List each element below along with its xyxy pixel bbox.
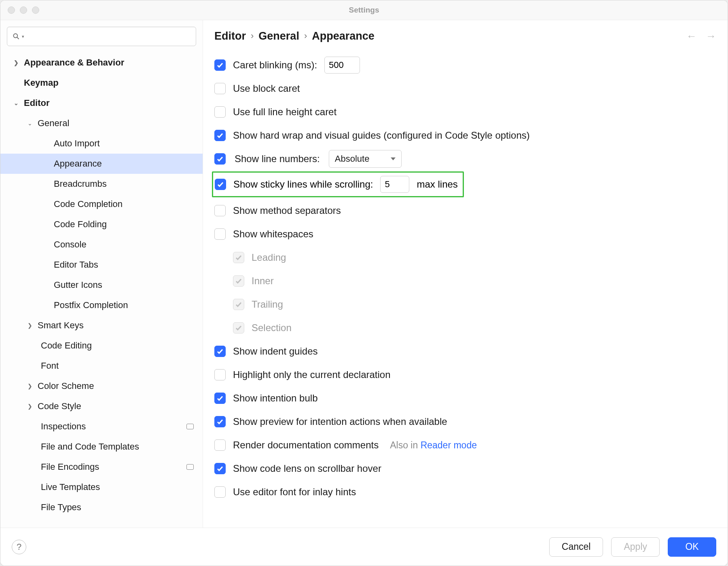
check-icon [235,277,242,285]
sidebar-item-label: File and Code Templates [41,441,139,452]
option-line-numbers: Show line numbers: Absolute [214,147,716,171]
sidebar-item-label: Gutter Icons [54,280,102,290]
option-label: Selection [252,322,292,334]
sidebar-item-general[interactable]: ⌄ General [0,113,203,133]
sidebar-item-label: Code Folding [54,219,107,230]
sidebar-item-appearance[interactable]: Appearance [0,154,203,174]
sticky-lines-input[interactable] [380,176,409,193]
option-label: Leading [252,252,286,263]
option-label: Use full line height caret [233,106,336,118]
line-numbers-checkbox[interactable] [214,153,226,165]
sidebar-item-label: File Types [41,502,81,513]
sidebar-item-gutter-icons[interactable]: Gutter Icons [0,275,203,295]
sidebar-item-label: Keymap [24,78,59,88]
chevron-down-icon: ▾ [22,34,24,39]
cancel-button[interactable]: Cancel [549,537,603,557]
option-label: Show hard wrap and visual guides (config… [233,130,530,141]
editor-font-inlay-checkbox[interactable] [214,486,226,498]
check-icon [216,395,224,402]
highlight-declaration-checkbox[interactable] [214,369,226,380]
chevron-right-icon: › [251,31,254,41]
ws-trailing-checkbox [233,299,244,310]
sidebar-item-keymap[interactable]: ❯ Keymap [0,73,203,93]
svg-point-0 [13,34,17,38]
sidebar-item-label: Breadcrumbs [54,179,107,189]
help-button[interactable]: ? [12,540,26,554]
render-doc-checkbox[interactable] [214,439,226,451]
back-button[interactable]: ← [686,30,697,42]
sidebar-item-file-encodings[interactable]: File Encodings [0,457,203,477]
option-label: Show whitespaces [233,228,313,240]
caret-blinking-checkbox[interactable] [214,59,226,71]
sidebar-item-code-folding[interactable]: Code Folding [0,214,203,234]
block-caret-checkbox[interactable] [214,83,226,94]
ws-leading-checkbox [233,252,244,263]
option-ws-leading: Leading [214,246,716,269]
option-hint: Also in Reader mode [390,440,477,451]
sidebar-item-file-types[interactable]: File Types [0,497,203,517]
method-separators-checkbox[interactable] [214,205,226,216]
search-input[interactable]: ▾ [7,27,196,46]
options-panel: Caret blinking (ms): Use block caret Use… [203,52,728,528]
sidebar-item-appearance-behavior[interactable]: ❯ Appearance & Behavior [0,53,203,73]
sidebar-item-code-completion[interactable]: Code Completion [0,194,203,214]
sidebar-item-color-scheme[interactable]: ❯ Color Scheme [0,376,203,396]
option-whitespaces: Show whitespaces [214,222,716,246]
sidebar-item-live-templates[interactable]: Live Templates [0,477,203,497]
sidebar-item-breadcrumbs[interactable]: Breadcrumbs [0,174,203,194]
intention-preview-checkbox[interactable] [214,416,226,427]
search-icon [12,32,20,40]
code-lens-checkbox[interactable] [214,463,226,474]
sidebar-item-label: File Encodings [41,462,99,472]
option-ws-selection: Selection [214,316,716,340]
full-line-height-checkbox[interactable] [214,106,226,118]
check-icon [216,155,224,163]
window-body: ▾ ❯ Appearance & Behavior ❯ Keymap ⌄ Edi… [0,20,728,528]
option-label: Trailing [252,299,283,310]
option-ws-trailing: Trailing [214,293,716,316]
option-label: Highlight only the current declaration [233,369,391,380]
sidebar-item-console[interactable]: Console [0,234,203,255]
sidebar-item-label: Code Completion [54,199,123,209]
ok-button[interactable]: OK [668,537,716,557]
caret-blinking-input[interactable] [324,57,360,74]
indent-guides-checkbox[interactable] [214,346,226,357]
sidebar-item-code-editing[interactable]: Code Editing [0,336,203,356]
sidebar-item-file-code-templates[interactable]: File and Code Templates [0,437,203,457]
sidebar-item-label: Postfix Completion [54,300,128,310]
footer: ? Cancel Apply OK [0,528,728,566]
titlebar: Settings [0,0,728,20]
option-label: Render documentation comments [233,439,379,451]
chevron-right-icon: ❯ [13,59,20,66]
sidebar-item-code-style[interactable]: ❯ Code Style [0,396,203,416]
sidebar-item-inspections[interactable]: Inspections [0,416,203,437]
forward-button[interactable]: → [706,30,716,42]
line-numbers-select[interactable]: Absolute [329,150,402,168]
intention-bulb-checkbox[interactable] [214,393,226,404]
hard-wrap-checkbox[interactable] [214,130,226,141]
breadcrumb-editor[interactable]: Editor [214,30,246,42]
check-icon [216,61,224,69]
chevron-right-icon: ❯ [26,383,34,389]
sidebar-item-label: General [38,118,69,129]
sidebar-item-font[interactable]: Font [0,356,203,376]
reader-mode-link[interactable]: Reader mode [421,440,477,450]
whitespaces-checkbox[interactable] [214,228,226,240]
sidebar-item-editor-tabs[interactable]: Editor Tabs [0,255,203,275]
option-suffix: max lines [417,179,457,190]
sidebar-item-label: Code Style [38,401,81,412]
breadcrumb-general[interactable]: General [258,30,299,42]
nav-buttons: ← → [686,30,716,42]
sidebar-item-label: Inspections [41,421,86,432]
sidebar-item-auto-import[interactable]: Auto Import [0,133,203,154]
sticky-lines-checkbox[interactable] [215,179,226,190]
sidebar-item-postfix-completion[interactable]: Postfix Completion [0,295,203,315]
sidebar-item-editor[interactable]: ⌄ Editor [0,93,203,113]
sidebar-item-smart-keys[interactable]: ❯ Smart Keys [0,315,203,336]
profile-badge-icon [186,424,194,429]
breadcrumb-appearance: Appearance [312,30,375,42]
option-label: Show code lens on scrollbar hover [233,463,381,474]
apply-button[interactable]: Apply [611,537,660,557]
option-label: Use block caret [233,83,300,94]
check-icon [235,254,242,261]
